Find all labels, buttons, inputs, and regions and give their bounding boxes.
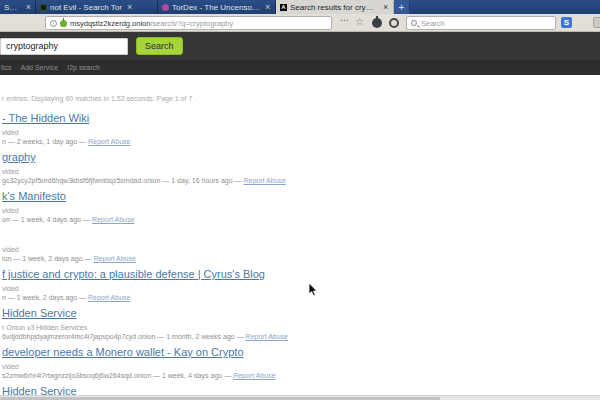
result-item: vided ion — 1 week, 2 days ago — Report … bbox=[2, 229, 600, 263]
overflow-toolbar-icon[interactable] bbox=[593, 17, 600, 28]
navigation-toolbar: i msydqstlz2kzerdg.onion/search/?q=crypt… bbox=[0, 14, 600, 32]
browser-search-field[interactable]: Search bbox=[406, 16, 556, 30]
result-meta: n — 1 week, 2 days ago — bbox=[2, 294, 88, 301]
extension-ring-icon[interactable] bbox=[389, 18, 399, 28]
tab-title: TorDex - The Uncensored Tor Index bbox=[172, 3, 260, 12]
result-title-link[interactable]: f justice and crypto: a plausible defens… bbox=[2, 268, 265, 281]
result-title-link[interactable]: k's Manifesto bbox=[2, 190, 66, 203]
url-text: msydqstlz2kzerdg.onion/search/?q=cryptog… bbox=[70, 19, 233, 28]
tab-ahmia-active[interactable]: A Search results for cryptography × bbox=[276, 0, 394, 14]
tab-close-icon[interactable]: × bbox=[383, 3, 388, 12]
site-header: Search bbox=[0, 32, 600, 60]
result-description: vided bbox=[2, 128, 600, 137]
result-url-line: gc32ycy2pf5urd6hqw3kbsf6fjfwntdqz5smdad.… bbox=[2, 176, 600, 185]
result-title-link[interactable]: developer needs a Monero wallet - Kay on… bbox=[2, 346, 244, 359]
result-description: vided bbox=[2, 206, 600, 215]
results-stats-line: r entries. Displaying 60 matches in 1.52… bbox=[2, 95, 600, 102]
result-description: vided bbox=[2, 167, 600, 176]
url-domain: msydqstlz2kzerdg.onion bbox=[70, 19, 150, 28]
result-meta: on — 1 week, 4 days ago — bbox=[2, 216, 92, 223]
report-abuse-link[interactable]: Report Abuse bbox=[233, 372, 275, 379]
bookmark-star-icon[interactable]: ☆ bbox=[355, 16, 364, 28]
result-url-line: on — 1 week, 4 days ago — Report Abuse bbox=[2, 215, 600, 224]
result-description: r Onion v3 Hidden Services bbox=[2, 323, 600, 332]
tab-close-icon[interactable]: × bbox=[265, 3, 270, 12]
results-area: r entries. Displaying 60 matches in 1.52… bbox=[0, 75, 600, 398]
search-icon bbox=[411, 20, 417, 26]
tab-bar: Search! × not Evil - Search Tor × TorDex… bbox=[0, 0, 600, 14]
result-item: f justice and crypto: a plausible defens… bbox=[2, 268, 600, 302]
result-meta: gc32ycy2pf5urd6hqw3kbsf6fjfwntdqz5smdad.… bbox=[2, 177, 244, 184]
result-meta: 6vdjddbhpjdyajmzeror4mc4i7japvpo4p7cyd.o… bbox=[2, 333, 246, 340]
onion-site-icon[interactable] bbox=[60, 20, 67, 27]
tab-title: Search! bbox=[4, 3, 21, 12]
result-url-line: n — 1 week, 2 days ago — Report Abuse bbox=[2, 293, 600, 302]
result-description: vided bbox=[2, 245, 600, 254]
site-nav: tics Add Service I2p search bbox=[0, 60, 600, 75]
nav-link-statistics[interactable]: tics bbox=[1, 64, 12, 71]
report-abuse-link[interactable]: Report Abuse bbox=[93, 255, 135, 262]
horizontal-scrollbar[interactable] bbox=[0, 395, 600, 400]
report-abuse-link[interactable]: Report Abuse bbox=[88, 294, 130, 301]
url-bar[interactable]: i msydqstlz2kzerdg.onion/search/?q=crypt… bbox=[45, 16, 332, 30]
report-abuse-link[interactable]: Report Abuse bbox=[244, 177, 286, 184]
tab-search[interactable]: Search! × bbox=[0, 0, 36, 14]
result-item: Hidden Service r Onion v3 Hidden Service… bbox=[2, 307, 600, 341]
result-url-line: s2zmw6rhr4i7rtagnzzljo3bsoq6j6w264sqd.on… bbox=[2, 371, 600, 380]
report-abuse-link[interactable]: Report Abuse bbox=[88, 138, 130, 145]
noscript-icon[interactable]: S bbox=[561, 17, 572, 28]
result-url-line: 6vdjddbhpjdyajmzeror4mc4i7japvpo4p7cyd.o… bbox=[2, 332, 600, 341]
site-info-icon[interactable]: i bbox=[50, 20, 57, 27]
search-placeholder: Search bbox=[421, 19, 445, 28]
notevil-favicon bbox=[40, 4, 47, 11]
tab-tordex[interactable]: TorDex - The Uncensored Tor Index × bbox=[158, 0, 276, 14]
page-actions-icon[interactable]: ⋯ bbox=[340, 15, 350, 25]
tab-title: Search results for cryptography bbox=[290, 3, 378, 12]
result-url-line: n — 2 weeks, 1 day ago — Report Abuse bbox=[2, 137, 600, 146]
report-abuse-link[interactable]: Report Abuse bbox=[246, 333, 288, 340]
result-meta: ion — 1 week, 2 days ago — bbox=[2, 255, 93, 262]
result-title-link[interactable]: graphy bbox=[2, 151, 36, 164]
tordex-favicon bbox=[162, 4, 169, 11]
result-item: k's Manifesto vided on — 1 week, 4 days … bbox=[2, 190, 600, 224]
report-abuse-link[interactable]: Report Abuse bbox=[92, 216, 134, 223]
tab-close-icon[interactable]: × bbox=[127, 3, 132, 12]
result-meta: n — 2 weeks, 1 day ago — bbox=[2, 138, 88, 145]
ahmia-favicon: A bbox=[280, 4, 287, 11]
result-title-link[interactable]: Hidden Service bbox=[2, 307, 77, 320]
url-path: /search/?q=cryptography bbox=[150, 19, 233, 28]
site-search-button[interactable]: Search bbox=[136, 37, 183, 55]
site-search-input[interactable] bbox=[0, 38, 128, 55]
tab-title: not Evil - Search Tor bbox=[50, 3, 122, 12]
result-description: vided bbox=[2, 362, 600, 371]
nav-link-add-service[interactable]: Add Service bbox=[21, 64, 59, 71]
nav-link-i2p-search[interactable]: I2p search bbox=[67, 64, 100, 71]
tab-notevil[interactable]: not Evil - Search Tor × bbox=[36, 0, 158, 14]
tab-close-icon[interactable]: × bbox=[26, 3, 31, 12]
result-meta: s2zmw6rhr4i7rtagnzzljo3bsoq6j6w264sqd.on… bbox=[2, 372, 233, 379]
new-tab-button[interactable]: + bbox=[394, 0, 410, 14]
result-item: developer needs a Monero wallet - Kay on… bbox=[2, 346, 600, 380]
result-description: vided bbox=[2, 284, 600, 293]
result-title-link[interactable]: - The Hidden Wiki bbox=[2, 112, 89, 125]
result-item: - The Hidden Wiki vided n — 2 weeks, 1 d… bbox=[2, 112, 600, 146]
result-url-line: ion — 1 week, 2 days ago — Report Abuse bbox=[2, 254, 600, 263]
torbutton-onion-icon[interactable] bbox=[372, 18, 382, 28]
result-item: graphy vided gc32ycy2pf5urd6hqw3kbsf6fjf… bbox=[2, 151, 600, 185]
